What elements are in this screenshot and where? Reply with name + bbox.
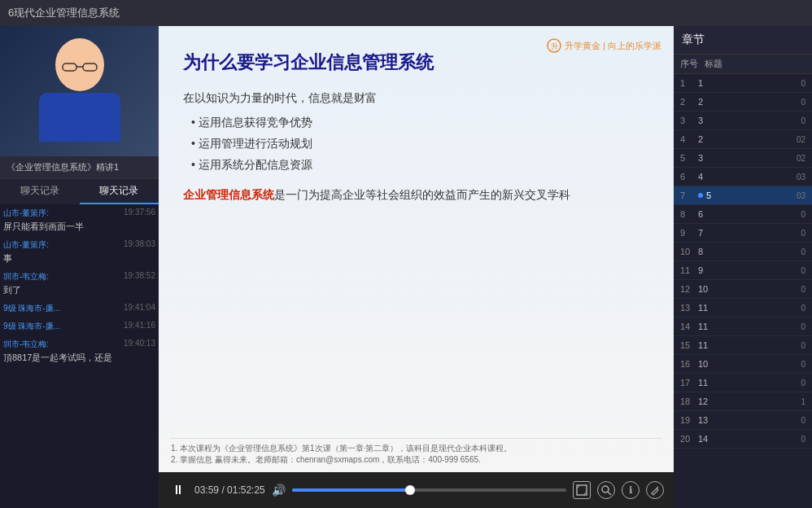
chapter-seq: 15 xyxy=(680,340,698,350)
chapter-title: 2 xyxy=(698,134,783,144)
chapter-item-4[interactable]: 4 2 02 xyxy=(674,130,812,149)
chapter-duration: 0 xyxy=(783,98,805,107)
col-title-header: 标题 xyxy=(705,58,781,70)
chapter-duration: 0 xyxy=(783,210,805,219)
edit-icon xyxy=(650,485,661,496)
chapter-item-6[interactable]: 6 4 03 xyxy=(674,168,812,186)
chapter-item-7[interactable]: 7 5 03 xyxy=(674,186,812,205)
chapter-seq: 8 xyxy=(680,209,698,219)
chapter-item-10[interactable]: 10 8 0 xyxy=(674,243,812,261)
chapter-duration: 0 xyxy=(783,116,805,125)
fullscreen-icon xyxy=(576,484,587,496)
person-head xyxy=(55,38,104,91)
chapter-item-16[interactable]: 16 10 0 xyxy=(674,355,812,374)
chapter-item-17[interactable]: 17 11 0 xyxy=(674,374,812,392)
chapter-item-12[interactable]: 12 10 0 xyxy=(674,280,812,299)
chapter-duration: 0 xyxy=(783,304,805,313)
slide-content: 升 升学黄金 | 向上的乐学派 为什么要学习企业信息管理系统 在以知识为力量的时… xyxy=(159,26,674,472)
chapter-item-13[interactable]: 13 11 0 xyxy=(674,299,812,318)
chapter-item-8[interactable]: 8 6 0 xyxy=(674,205,812,224)
video-content: 升 升学黄金 | 向上的乐学派 为什么要学习企业信息管理系统 在以知识为力量的时… xyxy=(159,26,674,472)
play-pause-button[interactable]: ⏸ xyxy=(168,481,188,499)
chat-user-5: 9级 珠海市-廉... xyxy=(3,322,60,331)
chapter-item-3[interactable]: 3 3 0 xyxy=(674,112,812,130)
chat-message-3: 圳市-韦立梅: 19:38:52 到了 xyxy=(3,271,155,296)
chapter-item-15[interactable]: 15 11 0 xyxy=(674,336,812,355)
search-button[interactable] xyxy=(597,481,615,499)
chapter-duration: 0 xyxy=(783,79,805,88)
chapter-item-14[interactable]: 14 11 0 xyxy=(674,318,812,336)
info-icon: ℹ xyxy=(629,484,633,496)
chapter-title: 2 xyxy=(698,97,783,107)
chapter-title: 3 xyxy=(698,116,783,125)
chapter-item-11[interactable]: 11 9 0 xyxy=(674,261,812,280)
chapter-item-19[interactable]: 19 13 0 xyxy=(674,411,812,430)
video-area: 升 升学黄金 | 向上的乐学派 为什么要学习企业信息管理系统 在以知识为力量的时… xyxy=(159,26,674,508)
progress-fill xyxy=(292,488,410,492)
chapter-duration: 02 xyxy=(783,135,805,144)
slide-title: 为什么要学习企业信息管理系统 xyxy=(183,50,649,75)
chapter-panel: 章节 序号 标题 1 1 0 2 2 0 3 3 0 4 2 02 5 3 02… xyxy=(674,26,812,508)
chat-text-2: 事 xyxy=(3,252,155,265)
volume-icon[interactable]: 🔊 xyxy=(272,484,286,497)
chapter-seq: 1 xyxy=(680,78,698,88)
highlight-keyword: 企业管理信息系统 xyxy=(183,188,274,201)
chapter-title: 6 xyxy=(698,209,783,219)
chapter-duration: 0 xyxy=(783,379,805,388)
chapter-seq: 11 xyxy=(680,265,698,275)
progress-bar[interactable] xyxy=(292,488,566,492)
chapter-title: 7 xyxy=(698,228,783,238)
chat-time-3: 19:38:52 xyxy=(124,271,155,280)
chapter-item-9[interactable]: 9 7 0 xyxy=(674,224,812,243)
chapter-duration: 0 xyxy=(783,247,805,256)
chat-messages[interactable]: 山市-董策序: 19:37:56 屏只能看到画面一半 山市-董策序: 19:38… xyxy=(0,204,159,508)
tab-history[interactable]: 聊天记录 xyxy=(80,179,159,204)
col-dur-header xyxy=(781,58,805,70)
chapter-item-1[interactable]: 1 1 0 xyxy=(674,74,812,93)
chapter-seq: 7 xyxy=(680,190,698,200)
chapter-seq: 2 xyxy=(680,97,698,107)
title-text: 6现代企业管理信息系统 xyxy=(8,6,120,20)
chapter-seq: 6 xyxy=(680,172,698,182)
progress-thumb xyxy=(405,485,415,495)
logo-icon: 升 xyxy=(547,38,561,53)
chapter-duration: 0 xyxy=(783,285,805,294)
chapter-title: 11 xyxy=(698,322,783,331)
fullscreen-button[interactable] xyxy=(573,481,591,499)
tab-chat[interactable]: 聊天记录 xyxy=(0,179,80,204)
chapter-duration: 0 xyxy=(783,435,805,444)
current-time: 03:59 xyxy=(194,484,219,496)
video-controls: ⏸ 03:59 / 01:52:25 🔊 xyxy=(159,472,674,508)
chapter-list[interactable]: 1 1 0 2 2 0 3 3 0 4 2 02 5 3 02 6 4 03 7… xyxy=(674,74,812,508)
chat-tabs: 聊天记录 聊天记录 xyxy=(0,179,159,204)
chapter-item-18[interactable]: 18 12 1 xyxy=(674,392,812,411)
chapter-item-20[interactable]: 20 14 0 xyxy=(674,430,812,449)
main-layout: 《企业管理信息系统》精讲1 聊天记录 聊天记录 山市-董策序: 19:37:56… xyxy=(0,26,812,508)
course-title-bar: 《企业管理信息系统》精讲1 xyxy=(0,156,159,179)
slide-logo: 升 升学黄金 | 向上的乐学派 xyxy=(547,38,661,53)
edit-button[interactable] xyxy=(646,481,664,499)
chapter-seq: 10 xyxy=(680,247,698,256)
chapter-columns: 序号 标题 xyxy=(674,55,812,74)
total-time: 01:52:25 xyxy=(227,484,265,496)
presenter-silhouette xyxy=(31,38,129,144)
info-button[interactable]: ℹ xyxy=(622,481,640,499)
chapter-seq: 4 xyxy=(680,134,698,144)
chapter-item-2[interactable]: 2 2 0 xyxy=(674,93,812,112)
chat-message-6: 圳市-韦立梅: 19:40:13 頂8817是一起考试吗，还是 xyxy=(3,339,155,364)
chapter-seq: 13 xyxy=(680,303,698,313)
chapter-duration: 0 xyxy=(783,266,805,275)
chapter-item-5[interactable]: 5 3 02 xyxy=(674,149,812,168)
chapter-title: 11 xyxy=(698,378,783,388)
chat-message-1: 山市-董策序: 19:37:56 屏只能看到画面一半 xyxy=(3,208,155,233)
logo-text: 升学黄金 | 向上的乐学派 xyxy=(565,40,661,52)
svg-line-9 xyxy=(608,492,611,495)
chapter-seq: 5 xyxy=(680,153,698,163)
chat-message-4: 9级 珠海市-廉... 19:41:04 xyxy=(3,303,155,314)
search-icon xyxy=(600,484,612,496)
slide-bullet-3: • 运用系统分配信息资源 xyxy=(191,158,649,173)
chat-time-4: 19:41:04 xyxy=(124,303,155,312)
slide-footer-2: 2. 掌握信息 赢得未来。老师邮箱：chenran@sxmaps.com，联系电… xyxy=(171,454,661,466)
slide-bullet-1: • 运用信息获得竞争优势 xyxy=(191,116,649,130)
chapter-title: 4 xyxy=(698,172,783,182)
